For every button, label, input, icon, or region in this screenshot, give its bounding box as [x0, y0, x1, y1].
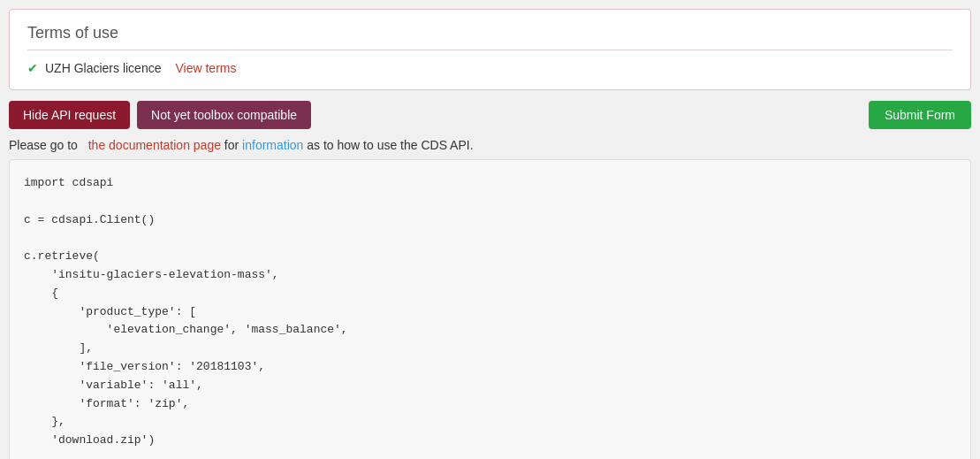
view-terms-link[interactable]: View terms: [175, 61, 236, 75]
code-line10: ],: [24, 341, 93, 355]
code-box: import cdsapi c = cdsapi.Client() c.retr…: [9, 159, 971, 459]
info-prefix: Please go to: [9, 138, 81, 152]
toolbar-left: Hide API request Not yet toolbox compati…: [9, 101, 311, 129]
info-link[interactable]: information: [242, 138, 303, 152]
code-line15: 'download.zip'): [24, 433, 155, 447]
code-line12: 'variable': 'all',: [24, 379, 203, 392]
info-text: Please go to the documentation page for …: [9, 138, 971, 152]
info-middle: for: [221, 138, 242, 152]
terms-title: Terms of use: [27, 24, 953, 50]
terms-label: UZH Glaciers licence: [45, 61, 161, 75]
hide-api-button[interactable]: Hide API request: [9, 101, 130, 129]
toolbar: Hide API request Not yet toolbox compati…: [9, 101, 971, 129]
code-line5: c.retrieve(: [24, 249, 100, 263]
code-line9: 'elevation_change', 'mass_balance',: [24, 323, 348, 336]
doc-link[interactable]: the documentation page: [88, 138, 221, 152]
code-line1: import cdsapi: [24, 176, 113, 189]
terms-item: ✔ UZH Glaciers licence View terms: [27, 61, 953, 75]
submit-form-button[interactable]: Submit Form: [869, 101, 971, 129]
code-line13: 'format': 'zip',: [24, 397, 189, 410]
terms-box: Terms of use ✔ UZH Glaciers licence View…: [9, 9, 971, 90]
code-line7: {: [24, 287, 58, 300]
code-line3: c = cdsapi.Client(): [24, 213, 155, 226]
not-toolbox-button[interactable]: Not yet toolbox compatible: [137, 101, 311, 129]
toolbar-right: Submit Form: [869, 101, 971, 129]
info-suffix: as to how to use the CDS API.: [303, 138, 473, 152]
code-line11: 'file_version': '20181103',: [24, 360, 265, 373]
checkmark-icon: ✔: [27, 61, 38, 75]
code-line6: 'insitu-glaciers-elevation-mass',: [24, 268, 279, 281]
code-line8: 'product_type': [: [24, 305, 196, 318]
code-line14: },: [24, 415, 65, 428]
